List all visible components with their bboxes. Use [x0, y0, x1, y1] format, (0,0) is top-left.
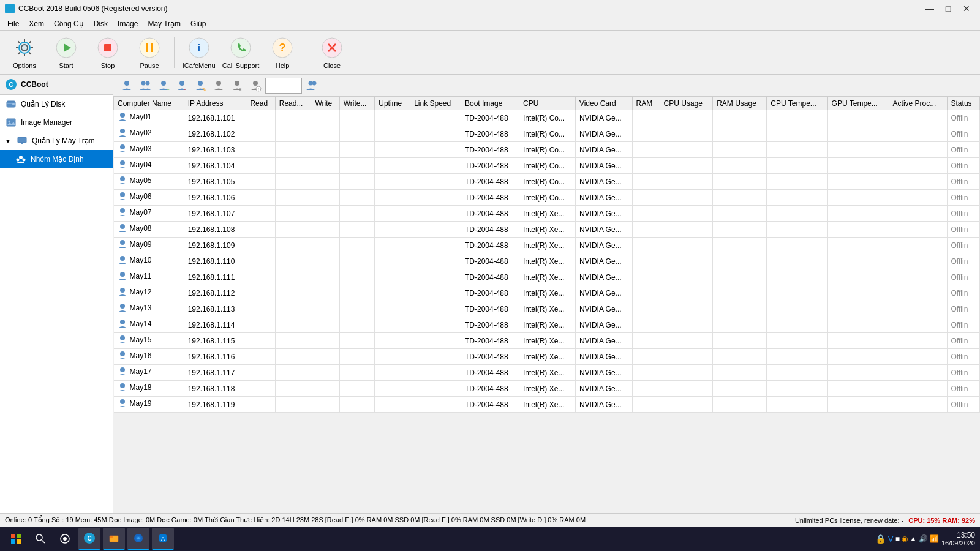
table-row[interactable]: May04 192.168.1.104 TD-2004-488 Intel(R)…: [114, 158, 980, 174]
col-read[interactable]: Read: [246, 97, 275, 110]
cell-gpu-temp: [827, 174, 889, 190]
stop-icon: [96, 36, 119, 59]
icon-computer-action-6[interactable]: ≡: [228, 78, 246, 94]
table-row[interactable]: May17 192.168.1.117 TD-2004-488 Intel(R)…: [114, 365, 980, 381]
col-computer-name[interactable]: Computer Name: [114, 97, 184, 110]
sidebar-item-image[interactable]: Image Manager: [0, 113, 113, 132]
icafe-button[interactable]: i iCafeMenu: [179, 34, 219, 71]
taskbar-app-browser[interactable]: [127, 528, 149, 550]
icon-all-computers[interactable]: [118, 78, 135, 94]
table-row[interactable]: May16 192.168.1.116 TD-2004-488 Intel(R)…: [114, 349, 980, 365]
svg-rect-69: [17, 539, 21, 544]
search-input[interactable]: [265, 78, 302, 94]
svg-rect-67: [17, 534, 21, 538]
icon-computer-action-5[interactable]: [210, 78, 227, 94]
table-row[interactable]: May12 192.168.1.112 TD-2004-488 Intel(R)…: [114, 285, 980, 301]
table-row[interactable]: May10 192.168.1.110 TD-2004-488 Intel(R)…: [114, 253, 980, 269]
close-window-button[interactable]: ✕: [958, 2, 975, 15]
help-button[interactable]: ? Help: [263, 34, 302, 71]
col-active-proc[interactable]: Active Proc...: [889, 97, 947, 110]
pause-button[interactable]: Pause: [130, 34, 169, 71]
col-read2[interactable]: Read...: [275, 97, 311, 110]
start-menu-button[interactable]: [5, 528, 27, 550]
menu-disk[interactable]: Disk: [89, 18, 113, 29]
icon-computer-action-1[interactable]: [137, 78, 154, 94]
table-row[interactable]: May02 192.168.1.102 TD-2004-488 Intel(R)…: [114, 126, 980, 142]
table-row[interactable]: May13 192.168.1.113 TD-2004-488 Intel(R)…: [114, 301, 980, 317]
table-row[interactable]: May05 192.168.1.105 TD-2004-488 Intel(R)…: [114, 174, 980, 190]
col-cpu[interactable]: CPU: [519, 97, 575, 110]
sidebar: C CCBoot Quản Lý Disk: [0, 75, 113, 513]
cell-gpu-temp: [827, 381, 889, 397]
svg-point-63: [120, 367, 125, 372]
svg-point-31: [141, 81, 146, 85]
group-icon: [15, 153, 27, 165]
maximize-button[interactable]: □: [940, 2, 957, 15]
table-row[interactable]: May07 192.168.1.107 TD-2004-488 Intel(R)…: [114, 206, 980, 222]
cell-cpu-temp: [767, 269, 827, 285]
taskbar-app-4[interactable]: A: [152, 528, 174, 550]
close-button[interactable]: Close: [312, 34, 352, 71]
col-uptime[interactable]: Uptime: [375, 97, 410, 110]
col-write[interactable]: Write: [311, 97, 339, 110]
icon-computer-action-7[interactable]: ↑: [247, 78, 264, 94]
table-row[interactable]: May18 192.168.1.118 TD-2004-488 Intel(R)…: [114, 381, 980, 397]
menu-xem[interactable]: Xem: [24, 18, 49, 29]
cell-cpu-temp: [767, 158, 827, 174]
col-cpu-usage[interactable]: CPU Usage: [660, 97, 713, 110]
menu-image[interactable]: Image: [113, 18, 143, 29]
table-row[interactable]: May09 192.168.1.109 TD-2004-488 Intel(R)…: [114, 238, 980, 253]
sidebar-item-may-tram[interactable]: ▼ Quản Lý Máy Trạm: [0, 132, 113, 150]
menu-may-tram[interactable]: Máy Trạm: [143, 18, 186, 29]
col-ip-address[interactable]: IP Address: [184, 97, 246, 110]
taskbar-cortana[interactable]: [54, 528, 76, 550]
sidebar-item-disk[interactable]: Quản Lý Disk: [0, 95, 113, 113]
icon-computer-action-2[interactable]: +: [155, 78, 172, 94]
callsupport-button[interactable]: Call Support: [221, 34, 260, 71]
cell-write2: [339, 397, 375, 413]
cell-active-proc: [889, 222, 947, 238]
col-boot-image[interactable]: Boot Image: [461, 97, 519, 110]
expand-icon[interactable]: ▼: [5, 138, 12, 144]
cell-write: [311, 349, 339, 365]
options-label: Options: [13, 62, 36, 69]
col-cpu-temp[interactable]: CPU Tempe...: [767, 97, 827, 110]
table-row[interactable]: May14 192.168.1.114 TD-2004-488 Intel(R)…: [114, 317, 980, 333]
table-row[interactable]: May19 192.168.1.119 TD-2004-488 Intel(R)…: [114, 397, 980, 413]
table-row[interactable]: May03 192.168.1.103 TD-2004-488 Intel(R)…: [114, 142, 980, 158]
cell-ip: 192.168.1.101: [184, 110, 246, 126]
start-button[interactable]: Start: [47, 34, 86, 71]
menu-giup[interactable]: Giúp: [186, 18, 211, 29]
col-ram-usage[interactable]: RAM Usage: [713, 97, 767, 110]
taskbar-app-ccboot[interactable]: C: [78, 528, 100, 550]
cell-uptime: [375, 253, 410, 269]
minimize-button[interactable]: —: [921, 2, 938, 15]
col-video-card[interactable]: Video Card: [575, 97, 632, 110]
col-ram[interactable]: RAM: [632, 97, 660, 110]
options-button[interactable]: Options: [5, 34, 44, 71]
col-write2[interactable]: Write...: [339, 97, 375, 110]
table-row[interactable]: May06 192.168.1.106 TD-2004-488 Intel(R)…: [114, 190, 980, 206]
table-row[interactable]: May11 192.168.1.111 TD-2004-488 Intel(R)…: [114, 269, 980, 285]
svg-point-30: [124, 81, 129, 86]
menu-file[interactable]: File: [2, 18, 24, 29]
stop-button[interactable]: Stop: [88, 34, 127, 71]
table-row[interactable]: May08 192.168.1.108 TD-2004-488 Intel(R)…: [114, 222, 980, 238]
taskbar-search[interactable]: [29, 528, 51, 550]
cell-write: [311, 381, 339, 397]
icon-computer-action-3[interactable]: -: [173, 78, 190, 94]
table-row[interactable]: May01 192.168.1.101 TD-2004-488 Intel(R)…: [114, 110, 980, 126]
icon-computer-action-4[interactable]: ✎: [192, 78, 209, 94]
cell-gpu-temp: [827, 317, 889, 333]
sidebar-item-nhom-mac-dinh[interactable]: Nhóm Mặc Định: [0, 150, 113, 168]
col-status[interactable]: Status: [947, 97, 979, 110]
icon-computer-action-8[interactable]: [303, 78, 320, 94]
svg-point-51: [120, 176, 125, 181]
taskbar-app-explorer[interactable]: [103, 528, 125, 550]
col-gpu-temp[interactable]: GPU Tempe...: [827, 97, 889, 110]
col-link-speed[interactable]: Link Speed: [410, 97, 461, 110]
table-row[interactable]: May15 192.168.1.115 TD-2004-488 Intel(R)…: [114, 333, 980, 349]
svg-text:-: -: [184, 86, 186, 92]
cell-computer-name: May13: [114, 301, 184, 317]
menu-cong-cu[interactable]: Công Cụ: [49, 18, 89, 29]
